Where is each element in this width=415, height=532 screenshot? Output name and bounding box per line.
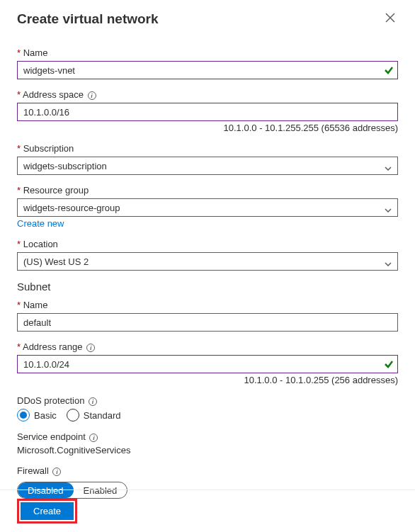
info-icon[interactable]: i [88, 91, 96, 100]
address-range-label: * Address range i [17, 341, 398, 352]
info-icon[interactable]: i [89, 397, 97, 406]
location-label: * Location [17, 239, 398, 249]
resource-group-select[interactable]: widgets-resource-group [17, 198, 398, 217]
address-space-hint: 10.1.0.0 - 10.1.255.255 (65536 addresses… [17, 123, 398, 133]
address-space-label: * Address space i [17, 89, 398, 100]
ddos-label: DDoS protection i [17, 395, 398, 406]
address-range-input[interactable] [17, 355, 398, 373]
service-endpoint-value: Microsoft.CognitiveServices [17, 445, 398, 455]
radio-checked-icon [17, 409, 30, 421]
location-select[interactable]: (US) West US 2 [17, 252, 398, 271]
subnet-name-label: * Name [17, 300, 398, 310]
checkmark-icon [384, 359, 394, 369]
ddos-basic-radio[interactable]: Basic [17, 409, 57, 421]
address-space-input[interactable] [17, 103, 398, 121]
info-icon[interactable]: i [89, 434, 98, 442]
create-new-link[interactable]: Create new [17, 218, 64, 229]
chevron-down-icon [385, 204, 392, 211]
panel-title: Create virtual network [17, 11, 159, 27]
address-range-hint: 10.1.0.0 - 10.1.0.255 (256 addresses) [17, 375, 398, 385]
info-icon[interactable]: i [86, 344, 95, 352]
checkmark-icon [384, 65, 394, 75]
service-endpoint-label: Service endpoint i [17, 431, 398, 442]
chevron-down-icon [385, 258, 392, 265]
create-button[interactable]: Create [21, 502, 74, 520]
create-highlight: Create [17, 499, 77, 523]
name-input[interactable] [17, 61, 398, 79]
panel-footer: Create [0, 489, 415, 532]
name-label: * Name [17, 47, 398, 58]
close-icon [385, 13, 395, 23]
subnet-section-title: Subnet [17, 281, 398, 293]
close-button[interactable] [382, 10, 398, 28]
panel-header: Create virtual network [17, 10, 398, 28]
firewall-label: Firewall i [17, 465, 398, 476]
subscription-label: * Subscription [17, 143, 398, 154]
radio-unchecked-icon [67, 409, 79, 421]
subnet-name-input[interactable] [17, 313, 398, 332]
info-icon[interactable]: i [52, 468, 61, 476]
subscription-select[interactable]: widgets-subscription [17, 157, 398, 175]
chevron-down-icon [385, 162, 392, 169]
resource-group-label: * Resource group [17, 185, 398, 196]
ddos-standard-radio[interactable]: Standard [67, 409, 121, 421]
